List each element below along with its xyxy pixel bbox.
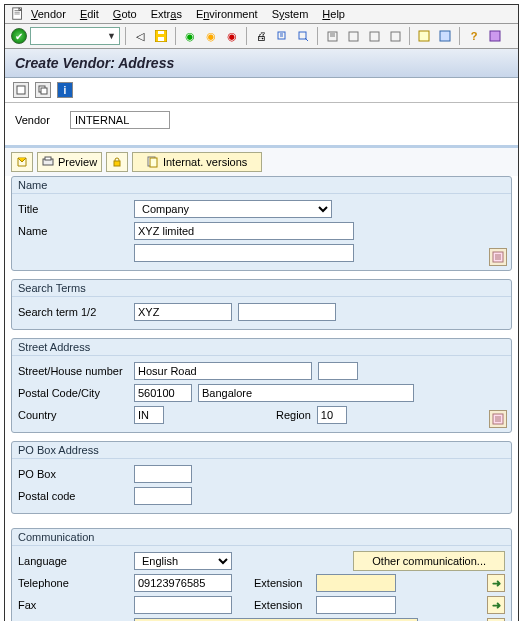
nav-back-icon[interactable]: ◉	[181, 27, 199, 45]
name-field-2[interactable]	[134, 244, 354, 262]
section-search-title: Search Terms	[12, 280, 511, 297]
find-icon[interactable]	[273, 27, 291, 45]
title-label: Title	[18, 203, 128, 215]
pobox-field[interactable]	[134, 465, 192, 483]
ok-icon[interactable]: ✔	[11, 28, 27, 44]
search-term2-field[interactable]	[238, 303, 336, 321]
standard-toolbar: ✔ ▼ ◁ ◉ ◉ ◉ 🖨 ?	[5, 24, 518, 49]
preview-label: Preview	[58, 156, 97, 168]
nav-cancel-icon[interactable]: ◉	[223, 27, 241, 45]
new-session-icon[interactable]	[415, 27, 433, 45]
find-next-icon[interactable]	[294, 27, 312, 45]
search-term1-field[interactable]	[134, 303, 232, 321]
menu-bar: Vendor Edit Goto Extras Environment Syst…	[5, 5, 518, 24]
info-icon[interactable]: i	[57, 82, 73, 98]
section-pobox-title: PO Box Address	[12, 442, 511, 459]
svg-rect-11	[440, 31, 450, 41]
nav-exit-icon[interactable]: ◉	[202, 27, 220, 45]
extension2-field[interactable]	[316, 596, 396, 614]
extension2-label: Extension	[254, 599, 310, 611]
svg-rect-7	[349, 32, 358, 41]
last-page-icon[interactable]	[386, 27, 404, 45]
other-communication-button[interactable]: Other communication...	[353, 551, 505, 571]
lock-icon[interactable]	[106, 152, 128, 172]
vendor-label: Vendor	[15, 114, 50, 126]
city-field[interactable]	[198, 384, 414, 402]
menu-help[interactable]: Help	[322, 8, 345, 20]
copy-icon[interactable]	[35, 82, 51, 98]
preview-button[interactable]: Preview	[37, 152, 102, 172]
fax-field[interactable]	[134, 596, 232, 614]
menu-goto[interactable]: Goto	[113, 8, 137, 20]
telephone-label: Telephone	[18, 577, 128, 589]
vendor-row: Vendor	[5, 103, 518, 145]
section-name: Name Title Company Name	[11, 176, 512, 271]
first-page-icon[interactable]	[323, 27, 341, 45]
section-comm-title: Communication	[12, 529, 511, 546]
postal-code-field[interactable]	[134, 384, 192, 402]
back-button[interactable]: ◁	[131, 27, 149, 45]
document-icon	[11, 7, 25, 21]
menu-edit[interactable]: Edit	[80, 8, 99, 20]
country-field[interactable]	[134, 406, 164, 424]
document-stack-icon	[147, 156, 159, 168]
svg-rect-18	[114, 161, 120, 166]
title-select[interactable]: Company	[134, 200, 332, 218]
print-icon[interactable]: 🖨	[252, 27, 270, 45]
fax-more-icon[interactable]: ➜	[487, 596, 505, 614]
next-page-icon[interactable]	[365, 27, 383, 45]
street-label: Street/House number	[18, 365, 128, 377]
section-communication: Communication Language English Other com…	[11, 528, 512, 621]
postal-city-label: Postal Code/City	[18, 387, 128, 399]
save-icon[interactable]	[152, 27, 170, 45]
language-select[interactable]: English	[134, 552, 232, 570]
app-toolbar: i	[5, 78, 518, 103]
page-title-band: Create Vendor: Address	[5, 49, 518, 78]
country-label: Country	[18, 409, 128, 421]
more-lines-icon[interactable]	[489, 248, 507, 266]
svg-rect-5	[299, 32, 306, 39]
menu-environment[interactable]: Environment	[196, 8, 258, 20]
section-search: Search Terms Search term 1/2	[11, 279, 512, 330]
help-icon[interactable]: ?	[465, 27, 483, 45]
svg-rect-15	[41, 88, 47, 94]
menu-vendor[interactable]: Vendor	[31, 8, 66, 20]
layout-icon[interactable]	[486, 27, 504, 45]
svg-rect-17	[45, 157, 51, 160]
more-fields-icon[interactable]	[489, 410, 507, 428]
print-preview-icon	[42, 156, 54, 168]
command-field[interactable]: ▼	[30, 27, 120, 45]
language-label: Language	[18, 555, 128, 567]
shortcut-icon[interactable]	[436, 27, 454, 45]
section-pobox: PO Box Address PO Box Postal code	[11, 441, 512, 514]
pobox-postal-label: Postal code	[18, 490, 128, 502]
street-field[interactable]	[134, 362, 312, 380]
svg-rect-3	[158, 31, 164, 34]
dropdown-arrow-icon: ▼	[104, 31, 119, 41]
vendor-field[interactable]	[70, 111, 170, 129]
region-field[interactable]	[317, 406, 347, 424]
other-screen-icon[interactable]	[13, 82, 29, 98]
name-label: Name	[18, 225, 128, 237]
page-title: Create Vendor: Address	[15, 55, 508, 71]
pobox-label: PO Box	[18, 468, 128, 480]
name-field[interactable]	[134, 222, 354, 240]
section-name-title: Name	[12, 177, 511, 194]
telephone-field[interactable]	[134, 574, 232, 592]
search-term-label: Search term 1/2	[18, 306, 128, 318]
expand-icon[interactable]	[11, 152, 33, 172]
menu-extras[interactable]: Extras	[151, 8, 182, 20]
prev-page-icon[interactable]	[344, 27, 362, 45]
pobox-postal-field[interactable]	[134, 487, 192, 505]
svg-rect-9	[391, 32, 400, 41]
menu-system[interactable]: System	[272, 8, 309, 20]
internat-versions-button[interactable]: Internat. versions	[132, 152, 262, 172]
house-number-field[interactable]	[318, 362, 358, 380]
action-bar: Preview Internat. versions	[5, 145, 518, 176]
tel-more-icon[interactable]: ➜	[487, 574, 505, 592]
svg-rect-20	[150, 158, 157, 167]
internat-label: Internat. versions	[163, 156, 247, 168]
extension1-field[interactable]	[316, 574, 396, 592]
svg-rect-8	[370, 32, 379, 41]
region-label: Region	[276, 409, 311, 421]
